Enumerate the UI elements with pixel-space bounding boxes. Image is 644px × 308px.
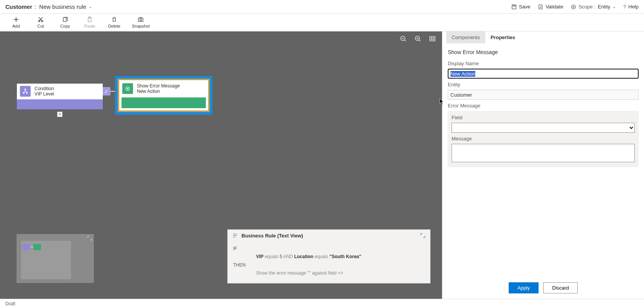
if-keyword: IF	[233, 245, 256, 253]
minimap-line	[30, 247, 33, 247]
svg-rect-1	[513, 5, 515, 6]
text-view-body: IF VIP equals 5 AND Location equals "Sou…	[228, 242, 430, 283]
condition-node[interactable]: Condition VIP Level ✕	[17, 84, 103, 109]
fit-screen-icon[interactable]	[429, 35, 436, 42]
entity-value: Customer	[448, 90, 639, 100]
delete-icon	[111, 16, 117, 23]
copy-icon	[62, 16, 68, 23]
svg-rect-2	[539, 5, 542, 9]
error-message-icon	[122, 83, 133, 94]
action-labels: Show Error Message New Action	[137, 83, 180, 94]
condition-name: VIP Level	[34, 91, 54, 97]
svg-rect-7	[63, 18, 66, 21]
plus-icon	[13, 16, 19, 23]
apply-button[interactable]: Apply	[509, 282, 539, 293]
svg-point-3	[572, 5, 576, 9]
condition-labels: Condition VIP Level	[34, 86, 54, 97]
svg-rect-14	[430, 36, 435, 41]
svg-rect-0	[512, 5, 516, 9]
right-panel: Components Properties Show Error Message…	[442, 31, 644, 299]
chevron-down-icon: ⌄	[613, 5, 616, 9]
action-node: Show Error Message New Action	[118, 79, 210, 112]
help-icon: ?	[623, 4, 626, 10]
action-node-selected[interactable]: Show Error Message New Action	[115, 76, 212, 115]
help-button[interactable]: ? Help	[623, 4, 639, 10]
minimap-expand-icon[interactable]	[87, 236, 92, 241]
discard-button[interactable]: Discard	[543, 282, 578, 293]
main: ✓ Condition VIP Level ✕	[0, 31, 644, 299]
copy-button[interactable]: Copy	[58, 16, 72, 28]
top-actions: Save Validate Scope : Entity ⌄ ? Help	[511, 4, 639, 10]
field-label: Field	[452, 115, 635, 120]
condition-header: Condition VIP Level	[17, 84, 103, 99]
tab-components[interactable]: Components	[446, 31, 485, 43]
condition-icon	[20, 86, 31, 97]
cut-icon	[38, 16, 44, 23]
connector-false-icon[interactable]: ✕	[57, 112, 62, 117]
statusbar: Draft	[0, 299, 644, 308]
panel-body: Show Error Message Display Name /* selec…	[446, 44, 640, 277]
zoom-out-icon[interactable]	[400, 35, 407, 42]
tab-properties[interactable]: Properties	[485, 31, 521, 43]
panel-title: Show Error Message	[448, 49, 639, 55]
title-entity: Customer	[5, 3, 32, 10]
then-keyword: THEN	[233, 261, 256, 270]
text-view-title: Business Rule (Text View)	[242, 233, 303, 239]
zoom-in-icon[interactable]	[414, 35, 421, 42]
minimap-condition	[23, 244, 30, 250]
svg-rect-8	[88, 18, 91, 22]
snapshot-button[interactable]: Snapshot	[132, 16, 150, 28]
condition-footer	[17, 99, 103, 109]
error-message-label: Error Message	[448, 103, 639, 109]
topbar: Customer:New business rule ⌄ Save Valida…	[0, 0, 644, 14]
then-text: Show the error message "" against field …	[256, 269, 343, 278]
save-button[interactable]: Save	[511, 4, 531, 10]
text-view-expand-icon[interactable]	[420, 233, 426, 238]
delete-button[interactable]: Delete	[107, 16, 121, 28]
canvas[interactable]: ✓ Condition VIP Level ✕	[0, 31, 442, 299]
svg-point-4	[573, 6, 575, 8]
minimap-action	[33, 244, 41, 250]
panel-tabs: Components Properties	[446, 31, 640, 44]
action-footer	[122, 97, 206, 108]
toolbar: Add Cut Copy Paste Delete Snapshot	[0, 14, 644, 31]
display-name-label: Display Name	[448, 61, 639, 66]
message-label: Message	[452, 136, 635, 142]
text-view-panel: Business Rule (Text View) IF VIP equals …	[227, 229, 430, 283]
minimap[interactable]	[16, 234, 94, 283]
title-rule-name: New business rule	[39, 3, 86, 10]
entity-label: Entity	[448, 82, 639, 87]
chevron-down-icon[interactable]: ⌄	[89, 4, 92, 9]
save-icon	[511, 4, 517, 10]
svg-point-11	[140, 19, 142, 21]
action-type: Show Error Message	[137, 83, 180, 89]
error-message-group: Field Message	[448, 111, 639, 167]
message-textarea[interactable]	[452, 144, 635, 162]
panel-footer: Apply Discard	[446, 277, 640, 299]
text-view-header: Business Rule (Text View)	[228, 230, 430, 242]
canvas-controls	[400, 35, 436, 42]
connector-true-icon[interactable]: ✓	[102, 87, 110, 96]
svg-rect-10	[138, 18, 143, 21]
text-view-icon	[232, 233, 238, 238]
action-header: Show Error Message New Action	[119, 80, 208, 97]
paste-icon	[87, 16, 93, 23]
snapshot-icon	[138, 16, 144, 23]
cut-button[interactable]: Cut	[34, 16, 48, 28]
validate-icon	[538, 4, 543, 10]
add-button[interactable]: Add	[9, 16, 23, 28]
minimap-viewport[interactable]	[21, 241, 71, 279]
scope-button[interactable]: Scope : Entity ⌄	[571, 4, 616, 10]
title[interactable]: Customer:New business rule ⌄	[5, 3, 92, 10]
status-draft: Draft	[5, 301, 15, 306]
action-name: New Action	[137, 89, 180, 94]
paste-button: Paste	[83, 16, 97, 28]
scope-icon	[571, 4, 576, 10]
field-select[interactable]	[452, 123, 635, 133]
validate-button[interactable]: Validate	[538, 4, 563, 10]
display-name-input[interactable]	[448, 69, 639, 79]
svg-rect-15	[431, 38, 434, 40]
condition-type: Condition	[34, 86, 54, 91]
